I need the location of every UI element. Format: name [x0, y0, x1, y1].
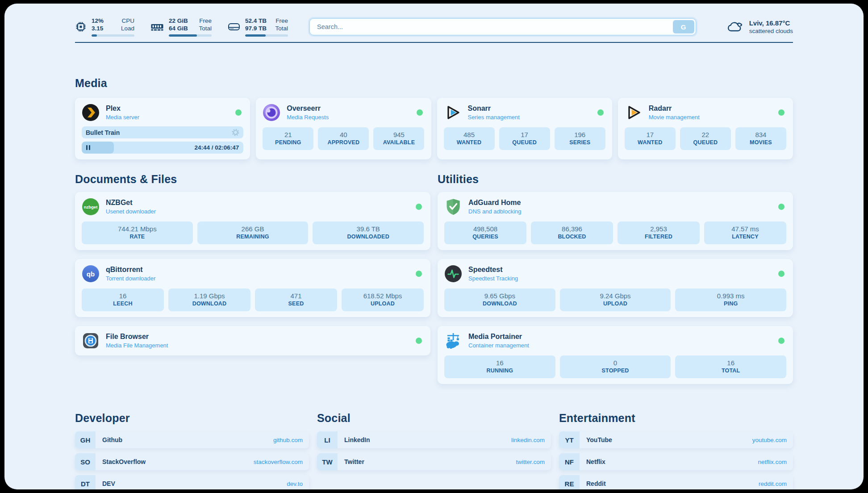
bookmark-url[interactable]: reddit.com: [759, 480, 787, 487]
header-divider: [75, 42, 793, 43]
stat-value: 0: [561, 359, 670, 367]
stat-pending: 21 PENDING: [263, 127, 313, 150]
card-titles: NZBGet Usenet downloader: [106, 198, 409, 215]
search-engine-button[interactable]: G: [673, 20, 694, 33]
bookmark-dev[interactable]: DT DEV dev.to: [75, 475, 309, 489]
bookmark-url[interactable]: linkedin.com: [511, 437, 545, 443]
adguard-icon: [444, 198, 462, 216]
stat-value: 1.19 Gbps: [169, 292, 250, 300]
bookmark-url[interactable]: github.com: [273, 437, 303, 443]
stat-value: 0.993 ms: [676, 292, 785, 300]
bookmark-github[interactable]: GH Github github.com: [75, 431, 309, 448]
service-card-filebrowser[interactable]: File Browser Media File Management: [75, 326, 430, 355]
stat-upload: 9.24 Gbps UPLOAD: [560, 288, 671, 311]
stat-total: 16 TOTAL: [675, 355, 786, 378]
service-card-qbittorrent[interactable]: qb qBittorrent Torrent downloader 16 LEE…: [75, 259, 430, 317]
bookmark-name: Github: [102, 436, 273, 443]
bookmark-linkedin[interactable]: LI LinkedIn linkedin.com: [317, 431, 551, 448]
stat-download: 9.65 Gbps DOWNLOAD: [444, 288, 555, 311]
stat-label: REMAINING: [198, 233, 308, 241]
cpu-icon: [75, 21, 87, 33]
service-card-sonarr[interactable]: Sonarr Series management 485 WANTED 17 Q…: [437, 98, 612, 159]
stats-row: 485 WANTED 17 QUEUED 196 SERIES: [444, 127, 605, 150]
ram-widget: 22 GiB 64 GiB Free Total: [150, 17, 212, 37]
stat-value: 834: [736, 130, 785, 139]
service-card-nzbget[interactable]: nzbget NZBGet Usenet downloader 744.21 M…: [75, 192, 430, 250]
now-playing-row: Bullet Train: [82, 126, 243, 138]
section-title-developer: Developer: [75, 412, 309, 425]
bookmark-twitter[interactable]: TW Twitter twitter.com: [317, 453, 551, 470]
service-card-adguard[interactable]: AdGuard Home DNS and adblocking 498,508 …: [438, 192, 793, 250]
stat-label: RATE: [83, 233, 192, 241]
cpu-load-value: 3.15: [92, 25, 104, 32]
service-subtitle: Movie management: [649, 113, 772, 121]
disk-progress-fill: [245, 34, 266, 37]
bookmark-url[interactable]: dev.to: [287, 480, 303, 487]
playback-progress-fill: [82, 142, 114, 154]
card-titles: AdGuard Home DNS and adblocking: [468, 198, 772, 215]
service-subtitle: Speedtest Tracking: [468, 275, 772, 282]
bookmark-column-social: LI LinkedIn linkedin.com TW Twitter twit…: [317, 431, 551, 470]
stat-value: 39.6 TB: [313, 225, 423, 233]
stat-queries: 498,508 QUERIES: [444, 221, 526, 244]
stat-label: QUEUED: [500, 139, 549, 146]
bookmark-url[interactable]: twitter.com: [516, 459, 545, 465]
service-title: Speedtest: [468, 265, 772, 274]
stats-row: 17 WANTED 22 QUEUED 834 MOVIES: [625, 127, 786, 150]
bookmark-url[interactable]: youtube.com: [752, 437, 787, 443]
bookmark-abbr: DT: [75, 475, 96, 489]
status-dot: [416, 271, 422, 277]
weather-condition: scattered clouds: [749, 27, 793, 35]
card-titles: Speedtest Speedtest Tracking: [468, 265, 772, 282]
stat-label: DOWNLOAD: [169, 300, 250, 308]
bookmark-abbr: NF: [559, 453, 580, 470]
disk-label-top: Free: [275, 17, 288, 25]
speedtest-icon: [444, 265, 462, 283]
ram-total-value: 64 GiB: [169, 25, 188, 32]
stat-queued: 22 QUEUED: [680, 127, 731, 150]
stat-label: BLOCKED: [532, 233, 612, 241]
stat-label: UPLOAD: [561, 300, 670, 308]
stat-label: LEECH: [83, 300, 163, 308]
stat-latency: 47.57 ms LATENCY: [704, 221, 786, 244]
bookmark-netflix[interactable]: NF Netflix netflix.com: [559, 453, 793, 470]
bookmark-abbr: GH: [75, 431, 96, 448]
section-title-entertainment: Entertainment: [559, 412, 793, 425]
stat-value: 17: [500, 130, 549, 139]
bookmark-stackoverflow[interactable]: SO StackOverflow stackoverflow.com: [75, 453, 309, 470]
status-dot: [417, 109, 423, 116]
ram-label-top: Free: [199, 17, 212, 25]
pause-icon: [86, 145, 90, 150]
system-widgets: 12% 3.15 CPU Load: [75, 17, 288, 37]
card-titles: Sonarr Series management: [468, 104, 591, 121]
gear-icon[interactable]: [232, 129, 239, 136]
bookmark-name: StackOverflow: [102, 458, 254, 465]
service-card-plex[interactable]: Plex Media server Bullet Train 24: [75, 98, 250, 159]
bookmark-youtube[interactable]: YT YouTube youtube.com: [559, 431, 793, 448]
stat-value: 9.24 Gbps: [561, 292, 670, 300]
stat-wanted: 485 WANTED: [444, 127, 495, 150]
stat-value: 22: [681, 130, 730, 139]
bookmark-abbr: YT: [559, 431, 580, 448]
bookmark-url[interactable]: netflix.com: [758, 459, 787, 465]
service-title: File Browser: [106, 332, 409, 341]
bookmark-reddit[interactable]: RE Reddit reddit.com: [559, 475, 793, 489]
card-titles: Overseerr Media Requests: [287, 104, 410, 121]
playback-progress-bar: 24:44 / 02:06:47: [82, 142, 243, 154]
bookmark-url[interactable]: stackoverflow.com: [254, 459, 303, 465]
search-input[interactable]: [309, 18, 696, 35]
stat-blocked: 86,396 BLOCKED: [531, 221, 613, 244]
service-card-radarr[interactable]: Radarr Movie management 17 WANTED 22 QUE…: [618, 98, 793, 159]
portainer-icon: [444, 332, 462, 350]
service-card-speedtest[interactable]: Speedtest Speedtest Tracking 9.65 Gbps D…: [438, 259, 793, 317]
service-title: Plex: [106, 104, 229, 113]
stat-series: 196 SERIES: [555, 127, 605, 150]
ram-free-value: 22 GiB: [169, 17, 188, 25]
service-card-portainer[interactable]: Media Portainer Container management 16 …: [438, 326, 793, 384]
cpu-label-bottom: Load: [121, 25, 134, 32]
status-dot: [778, 204, 785, 210]
search-bar: G: [309, 18, 696, 35]
card-titles: File Browser Media File Management: [106, 332, 409, 349]
card-titles: Radarr Movie management: [649, 104, 772, 121]
service-card-overseerr[interactable]: Overseerr Media Requests 21 PENDING 40 A…: [256, 98, 431, 159]
